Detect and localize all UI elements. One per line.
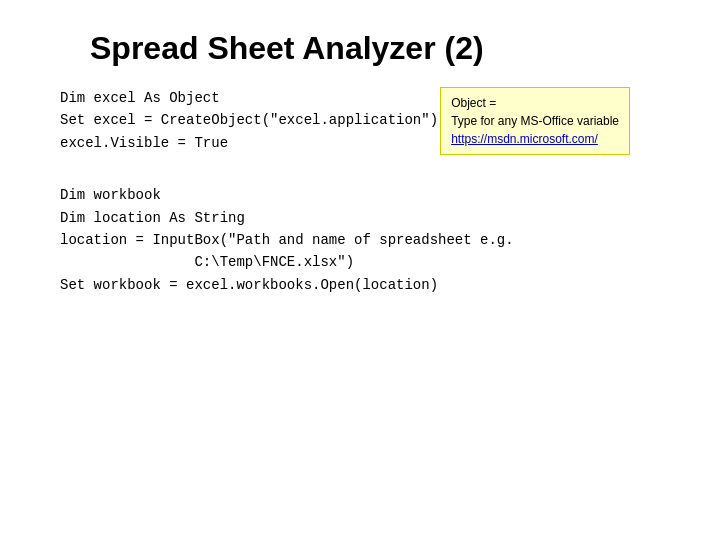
code-line-8: Set workbook = excel.workbooks.Open(loca… xyxy=(60,274,660,296)
blank-line xyxy=(60,154,660,174)
tooltip-box: Object = Type for any MS-Office variable… xyxy=(440,87,630,155)
tooltip-line2: Type for any MS-Office variable xyxy=(451,114,619,128)
page: Spread Sheet Analyzer (2) Object = Type … xyxy=(0,0,720,540)
code-line-6: location = InputBox("Path and name of sp… xyxy=(60,229,660,251)
code-area: Object = Type for any MS-Office variable… xyxy=(60,87,660,296)
page-title: Spread Sheet Analyzer (2) xyxy=(90,30,660,67)
code-line-7: C:\Temp\FNCE.xlsx") xyxy=(60,251,660,273)
tooltip-line3[interactable]: https://msdn.microsoft.com/ xyxy=(451,132,598,146)
code-section-2: Dim workbook Dim location As String loca… xyxy=(60,184,660,296)
tooltip-line1: Object = xyxy=(451,96,496,110)
code-line-4: Dim workbook xyxy=(60,184,660,206)
code-line-5: Dim location As String xyxy=(60,207,660,229)
